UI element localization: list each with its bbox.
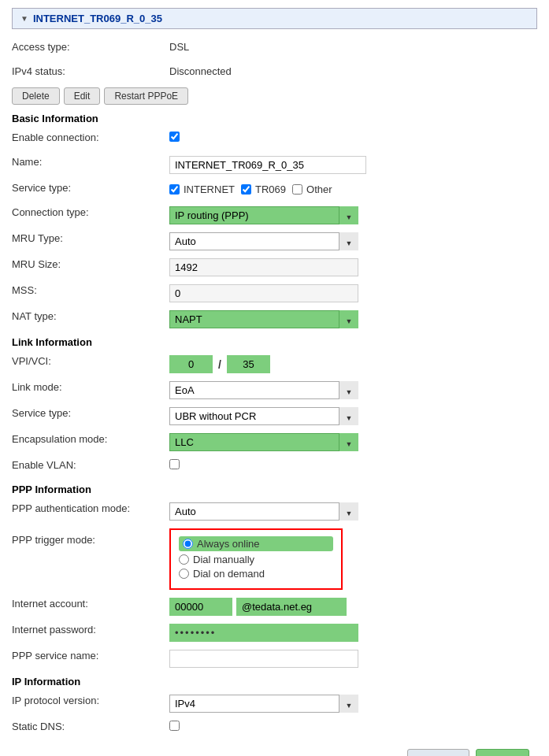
encapsulation-value: LLC VC/Mux (169, 431, 537, 451)
link-mode-row: Link mode: EoA ATM (12, 379, 537, 399)
ppp-service-name-input[interactable] (169, 650, 358, 668)
action-buttons: Delete Edit Restart PPPoE (12, 87, 537, 105)
service-type2-select[interactable]: UBR without PCR UBR with PCR (169, 407, 358, 425)
ppp-trigger-box: Always online Dial manually Dial on dema… (169, 528, 343, 590)
ppp-auth-value: Auto PAP CHAP (169, 500, 537, 521)
ip-protocol-row: IP protocol version: IPv4 IPv6 IPv4/IPv6 (12, 692, 537, 713)
basic-info-header: Basic Information (12, 113, 537, 124)
service-type-value: INTERNET TR069 Other (169, 180, 537, 195)
account-input[interactable] (169, 598, 232, 616)
vpi-vci-inputs: / (169, 355, 537, 373)
internet-cb-label[interactable]: INTERNET (169, 183, 235, 195)
name-input[interactable] (169, 156, 366, 174)
other-cb-label[interactable]: Other (292, 183, 332, 195)
static-dns-checkbox[interactable] (169, 721, 180, 731)
vci-input[interactable] (227, 355, 270, 373)
static-dns-label: Static DNS: (12, 718, 169, 732)
connection-type-select[interactable]: IP routing (PPP) Bridging IP routing (169, 206, 358, 224)
link-info-header: Link Information (12, 336, 537, 348)
ipv4-status-label: IPv4 status: (12, 63, 169, 77)
enable-vlan-label: Enable VLAN: (12, 457, 169, 471)
connection-type-label: Connection type: (12, 204, 169, 218)
dial-manually-option: Dial manually (179, 554, 333, 565)
ip-info-header: IP Information (12, 676, 537, 687)
ppp-auth-wrapper: Auto PAP CHAP (169, 502, 358, 521)
connection-type-wrapper: IP routing (PPP) Bridging IP routing (169, 206, 358, 224)
service-type2-row: Service type: UBR without PCR UBR with P… (12, 405, 537, 425)
page-container: ▼ INTERNET_TR069_R_0_35 Access type: DSL… (0, 0, 549, 756)
always-online-radio[interactable] (183, 539, 193, 549)
mru-size-input[interactable] (169, 258, 358, 276)
link-mode-select[interactable]: EoA ATM (169, 381, 358, 399)
always-online-option: Always online (179, 536, 333, 551)
save-button[interactable]: Save (476, 749, 529, 756)
name-row: Name: (12, 154, 537, 174)
connection-type-value: IP routing (PPP) Bridging IP routing (169, 204, 537, 224)
mru-size-row: MRU Size: (12, 256, 537, 276)
encapsulation-row: Encapsulation mode: LLC VC/Mux (12, 431, 537, 451)
ppp-auth-select[interactable]: Auto PAP CHAP (169, 502, 358, 521)
cancel-button[interactable]: Cancel (407, 749, 469, 756)
enable-vlan-checkbox[interactable] (169, 459, 180, 469)
internet-account-value (169, 595, 537, 616)
mss-value (169, 282, 537, 302)
password-input[interactable] (169, 624, 358, 642)
ppp-trigger-label: PPP trigger mode: (12, 526, 169, 546)
mru-type-label: MRU Type: (12, 230, 169, 244)
dial-manually-label: Dial manually (193, 554, 254, 565)
section-title-bar: ▼ INTERNET_TR069_R_0_35 (12, 8, 537, 29)
enable-connection-value (169, 129, 537, 144)
edit-button[interactable]: Edit (64, 87, 101, 105)
name-label: Name: (12, 154, 169, 168)
vpi-vci-row: VPI/VCI: / (12, 353, 537, 373)
ip-protocol-value: IPv4 IPv6 IPv4/IPv6 (169, 692, 537, 713)
nat-type-select[interactable]: NAPT None (169, 310, 358, 328)
account-suffix-input[interactable] (236, 598, 347, 616)
internet-checkbox[interactable] (169, 184, 180, 195)
ppp-service-name-label: PPP service name: (12, 647, 169, 662)
access-type-row: Access type: DSL (12, 39, 537, 57)
ppp-trigger-value: Always online Dial manually Dial on dema… (169, 526, 537, 590)
ppp-service-name-value (169, 647, 537, 668)
link-mode-wrapper: EoA ATM (169, 381, 358, 399)
connection-type-row: Connection type: IP routing (PPP) Bridgi… (12, 204, 537, 224)
service-type-row: Service type: INTERNET TR069 Other (12, 180, 537, 198)
ipv4-status-row: IPv4 status: Disconnected (12, 63, 537, 82)
mru-size-label: MRU Size: (12, 256, 169, 270)
nat-type-value: NAPT None (169, 308, 537, 328)
mss-input[interactable] (169, 284, 358, 302)
ppp-auth-label: PPP authentication mode: (12, 500, 169, 514)
vpi-vci-value: / (169, 353, 537, 373)
ip-protocol-label: IP protocol version: (12, 692, 169, 706)
vpi-input[interactable] (169, 355, 213, 373)
vpi-vci-separator: / (217, 358, 223, 371)
tr069-cb-label[interactable]: TR069 (241, 183, 286, 195)
internet-password-label: Internet password: (12, 621, 169, 636)
mru-type-select[interactable]: Auto Manual (169, 232, 358, 250)
service-type2-label: Service type: (12, 405, 169, 419)
enable-connection-row: Enable connection: (12, 129, 537, 148)
ip-protocol-wrapper: IPv4 IPv6 IPv4/IPv6 (169, 695, 358, 713)
delete-button[interactable]: Delete (12, 87, 60, 105)
internet-account-row: Internet account: (12, 595, 537, 616)
dial-demand-option: Dial on demand (179, 568, 333, 580)
enable-connection-checkbox[interactable] (169, 132, 180, 142)
mru-size-value (169, 256, 537, 276)
tr069-label: TR069 (255, 183, 286, 195)
restart-pppoe-button[interactable]: Restart PPPoE (104, 87, 188, 105)
dial-manually-radio[interactable] (179, 554, 189, 565)
ppp-info-header: PPP Information (12, 484, 537, 495)
encapsulation-label: Encapsulation mode: (12, 431, 169, 445)
dial-demand-radio[interactable] (179, 569, 189, 579)
enable-vlan-row: Enable VLAN: (12, 457, 537, 476)
tr069-checkbox[interactable] (241, 184, 251, 195)
link-mode-value: EoA ATM (169, 379, 537, 399)
encapsulation-wrapper: LLC VC/Mux (169, 433, 358, 451)
other-label: Other (306, 183, 332, 195)
other-checkbox[interactable] (292, 184, 302, 195)
internet-password-value (169, 621, 537, 642)
ip-protocol-select[interactable]: IPv4 IPv6 IPv4/IPv6 (169, 695, 358, 713)
ppp-service-name-row: PPP service name: (12, 647, 537, 668)
static-dns-value (169, 718, 537, 733)
encapsulation-select[interactable]: LLC VC/Mux (169, 433, 358, 451)
